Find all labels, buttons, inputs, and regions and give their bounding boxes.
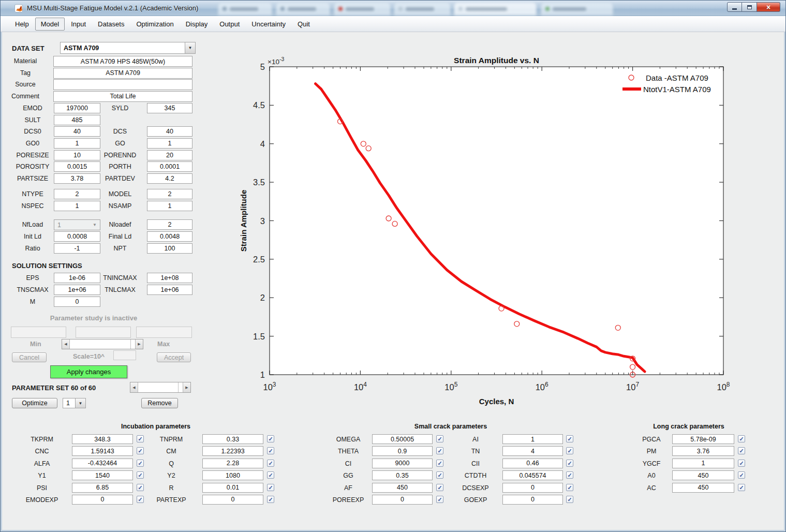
apply-changes-button[interactable]: Apply changes xyxy=(50,365,127,378)
param-value-input[interactable]: 1.59143 xyxy=(72,446,133,456)
param-value-input[interactable]: 10 xyxy=(54,150,100,160)
param-enabled-checkbox[interactable]: ✓ xyxy=(566,460,573,467)
remove-button[interactable]: Remove xyxy=(141,398,178,408)
menu-help[interactable]: Help xyxy=(9,18,35,31)
param-enabled-checkbox[interactable]: ✓ xyxy=(267,484,274,491)
param-value-input[interactable]: 0 xyxy=(502,495,563,505)
param-value-input[interactable]: 1e+06 xyxy=(147,285,192,295)
param-enabled-checkbox[interactable]: ✓ xyxy=(436,460,443,467)
param-enabled-checkbox[interactable]: ✓ xyxy=(436,471,443,479)
param-value-input[interactable]: 2.28 xyxy=(202,459,263,468)
param-value-input[interactable]: 4 xyxy=(502,446,563,456)
param-value-input[interactable]: 4.2 xyxy=(147,173,192,184)
param-enabled-checkbox[interactable]: ✓ xyxy=(738,435,745,442)
slider-thumb[interactable] xyxy=(138,382,179,392)
slider-right-arrow-icon[interactable]: ▶ xyxy=(183,382,190,392)
param-value-input[interactable]: 2 xyxy=(147,189,192,199)
param-enabled-checkbox[interactable]: ✓ xyxy=(738,471,745,479)
param-value-input[interactable]: 1540 xyxy=(72,470,133,480)
title-bar[interactable]: MSU Multi-Stage Fatigue Model v.2.1 (Aca… xyxy=(1,1,785,16)
ratio-input[interactable]: -1 xyxy=(54,243,100,254)
param-enabled-checkbox[interactable]: ✓ xyxy=(566,471,573,479)
param-enabled-checkbox[interactable]: ✓ xyxy=(738,484,745,491)
param-enabled-checkbox[interactable]: ✓ xyxy=(137,484,144,491)
m-input[interactable]: 0 xyxy=(54,297,100,307)
param-value-input[interactable]: 0.35 xyxy=(372,470,433,480)
param-value-input[interactable]: 1 xyxy=(54,201,100,211)
param-value-input[interactable]: 40 xyxy=(54,126,100,137)
parameter-set-slider[interactable]: ◀ ▶ xyxy=(130,382,191,393)
param-value-input[interactable]: 1e+06 xyxy=(54,285,100,295)
scale-input[interactable] xyxy=(113,350,136,360)
param-enabled-checkbox[interactable]: ✓ xyxy=(436,496,443,503)
param-value-input[interactable]: 0 xyxy=(202,495,263,505)
param-value-input[interactable]: 0.9 xyxy=(372,446,433,456)
field-value-input[interactable] xyxy=(53,79,192,90)
param-value-input[interactable]: 0 xyxy=(72,495,133,505)
param-value-input[interactable]: -0.432464 xyxy=(72,459,133,468)
param-value-input[interactable]: 1 xyxy=(502,434,563,444)
dataset-dropdown[interactable]: ASTM A709 ▼ xyxy=(60,42,196,54)
param-value-input[interactable]: 1 xyxy=(147,138,192,149)
param-value-input[interactable]: 3.76 xyxy=(672,446,734,456)
cancel-button[interactable]: Cancel xyxy=(12,352,47,362)
param-value-input[interactable]: 345 xyxy=(147,103,192,113)
npt-input[interactable]: 100 xyxy=(147,243,192,254)
param-value-input[interactable]: 0.0015 xyxy=(54,161,100,172)
param-value-input[interactable]: 485 xyxy=(54,115,100,125)
menu-quit[interactable]: Quit xyxy=(292,18,316,31)
param-value-input[interactable]: 0 xyxy=(502,483,563,493)
minimize-button[interactable] xyxy=(727,2,742,12)
param-value-input[interactable]: 1e+08 xyxy=(147,273,192,283)
menu-model[interactable]: Model xyxy=(35,18,65,31)
accept-button[interactable]: Accept xyxy=(157,352,191,362)
param-enabled-checkbox[interactable]: ✓ xyxy=(137,496,144,503)
menu-output[interactable]: Output xyxy=(214,18,245,31)
param-enabled-checkbox[interactable]: ✓ xyxy=(436,484,443,491)
menu-input[interactable]: Input xyxy=(65,18,92,31)
menu-optimization[interactable]: Optimization xyxy=(130,18,179,31)
slider-thumb[interactable] xyxy=(70,339,131,349)
param-value-input[interactable]: 0.01 xyxy=(202,483,263,493)
initld-input[interactable]: 0.0008 xyxy=(54,231,100,242)
param-value-input[interactable]: 1 xyxy=(54,138,100,149)
param-value-input[interactable]: 1080 xyxy=(202,470,263,480)
param-study-input-1[interactable] xyxy=(11,327,66,338)
slider-right-arrow-icon[interactable]: ▶ xyxy=(135,339,143,349)
close-button[interactable]: × xyxy=(757,2,780,12)
param-value-input[interactable]: 1.22393 xyxy=(202,446,263,456)
param-enabled-checkbox[interactable]: ✓ xyxy=(566,435,573,442)
param-enabled-checkbox[interactable]: ✓ xyxy=(267,435,274,442)
nfload-dropdown[interactable]: 1 ▼ xyxy=(54,219,100,230)
parameter-set-select[interactable]: 1 ▼ xyxy=(63,398,86,408)
param-value-input[interactable]: 0.045574 xyxy=(502,470,563,480)
menu-display[interactable]: Display xyxy=(180,18,214,31)
param-value-input[interactable]: 9000 xyxy=(372,459,433,468)
param-enabled-checkbox[interactable]: ✓ xyxy=(137,460,144,467)
finalld-input[interactable]: 0.0048 xyxy=(147,231,192,242)
param-value-input[interactable]: 0.46 xyxy=(502,459,563,468)
param-enabled-checkbox[interactable]: ✓ xyxy=(267,460,274,467)
param-value-input[interactable]: 348.3 xyxy=(72,434,133,444)
param-enabled-checkbox[interactable]: ✓ xyxy=(738,447,745,454)
param-value-input[interactable]: 3.78 xyxy=(54,173,100,184)
param-value-input[interactable]: 1 xyxy=(672,459,734,468)
param-value-input[interactable]: 197000 xyxy=(54,103,100,113)
param-enabled-checkbox[interactable]: ✓ xyxy=(566,447,573,454)
param-value-input[interactable]: 2 xyxy=(54,189,100,199)
param-enabled-checkbox[interactable]: ✓ xyxy=(267,496,274,503)
param-value-input[interactable]: 5.78e-09 xyxy=(672,434,734,444)
optimize-button[interactable]: Optimize xyxy=(12,398,57,408)
field-value-input[interactable]: ASTM A709 xyxy=(53,68,192,79)
param-value-input[interactable]: 0.0001 xyxy=(147,161,192,172)
param-value-input[interactable]: 40 xyxy=(147,126,192,137)
param-value-input[interactable]: 450 xyxy=(372,483,433,493)
param-value-input[interactable]: 0.33 xyxy=(202,434,263,444)
param-value-input[interactable]: 6.85 xyxy=(72,483,133,493)
param-enabled-checkbox[interactable]: ✓ xyxy=(137,435,144,442)
param-enabled-checkbox[interactable]: ✓ xyxy=(137,471,144,479)
menu-datasets[interactable]: Datasets xyxy=(92,18,130,31)
param-value-input[interactable]: 1 xyxy=(147,201,192,211)
field-value-input[interactable]: Total Life xyxy=(53,91,192,102)
param-study-slider[interactable]: ◀ ▶ xyxy=(62,339,143,349)
